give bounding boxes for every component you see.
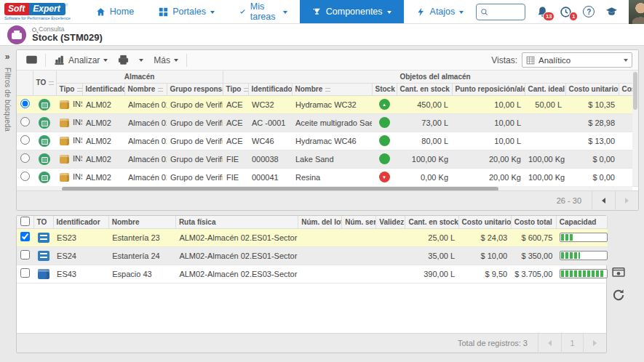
expand-sidebar-icon[interactable]: » bbox=[5, 52, 10, 62]
views-select[interactable]: Analítico bbox=[522, 52, 632, 68]
stock-status-icon bbox=[379, 135, 390, 146]
row-select-radio[interactable] bbox=[20, 117, 30, 126]
cell-ideal bbox=[525, 132, 565, 150]
nav-atajos[interactable]: Atajos bbox=[404, 0, 477, 23]
column-header-nombre[interactable]: Nombre bbox=[108, 216, 175, 228]
table-row[interactable]: ES24 Estantería 24 ALM02-Almacén 02.ES01… bbox=[17, 246, 608, 265]
softexpert-logo[interactable]: Soft Expert ® Software for Performance E… bbox=[4, 3, 71, 20]
vertical-scrollbar[interactable] bbox=[632, 71, 638, 186]
column-header-ruta-fisica[interactable]: Ruta física bbox=[175, 216, 298, 228]
prev-page-button[interactable] bbox=[592, 191, 615, 211]
cell-stock bbox=[372, 95, 397, 113]
column-header-cant-en-stock[interactable]: Cant. en stock bbox=[397, 83, 452, 95]
column-header-num-serie[interactable]: Núm. serie bbox=[342, 216, 376, 228]
view-record-button[interactable] bbox=[611, 266, 626, 282]
shelf-icon bbox=[38, 233, 49, 243]
cell-alm-nombre: Almacén 02 bbox=[124, 150, 167, 168]
more-button[interactable]: Más bbox=[148, 53, 183, 68]
table-row[interactable]: INS ALM02 Almacén 02 Grupo de Verificaci… bbox=[17, 168, 638, 186]
next-page-button[interactable] bbox=[615, 191, 638, 211]
user-avatar[interactable] bbox=[629, 0, 644, 24]
row-select-radio[interactable] bbox=[20, 153, 30, 163]
notifications-button[interactable]: 13 bbox=[536, 6, 549, 18]
column-header-num-lote[interactable]: Núm. del lote bbox=[298, 216, 342, 228]
cell-costo: $ 13,00 bbox=[565, 132, 619, 150]
table-row[interactable]: INS ALM02 Almacén 02 Grupo de Verificaci… bbox=[17, 95, 638, 113]
cell-punto: 10,00 L bbox=[452, 113, 525, 132]
nav-portales[interactable]: Portales bbox=[146, 0, 227, 23]
column-header-capacidad[interactable]: Capacidad bbox=[556, 216, 607, 228]
column-header-nombre-almacen[interactable]: Nombre bbox=[124, 83, 167, 95]
next-page-icon bbox=[593, 340, 597, 346]
next-page-button[interactable] bbox=[583, 334, 606, 353]
pending-tasks-button[interactable]: 1 bbox=[560, 6, 572, 18]
column-header-validez[interactable]: Validez bbox=[376, 216, 405, 228]
total-records: Total de registros: 3 bbox=[458, 339, 528, 347]
filters-sidebar-collapsed[interactable]: » Filtros de búsqueda bbox=[0, 46, 15, 362]
column-header-to[interactable]: TO bbox=[33, 216, 53, 228]
cell-obj-tipo: FIE bbox=[223, 150, 248, 168]
locations-table-wrapper: TO Identificador Nombre Ruta física Núm.… bbox=[17, 216, 606, 283]
stock-status-icon bbox=[379, 172, 390, 182]
column-header-costo-unitario[interactable]: Costo unitario bbox=[458, 216, 511, 228]
column-header-grupo-responsable[interactable]: Grupo responsable bbox=[167, 83, 223, 95]
global-search[interactable] bbox=[476, 4, 525, 20]
stock-status-icon bbox=[379, 153, 390, 164]
search-input[interactable] bbox=[488, 7, 521, 16]
question-icon: ? bbox=[587, 8, 591, 16]
table-row[interactable]: ES23 Estantería 23 ALM02-Almacén 02.ES01… bbox=[17, 228, 608, 246]
column-header-costo-total[interactable]: Costo total bbox=[511, 216, 556, 228]
row-select-radio[interactable] bbox=[20, 172, 30, 181]
column-header-cant-ideal[interactable]: Cant. ideal bbox=[525, 83, 565, 95]
row-select-radio[interactable] bbox=[20, 99, 30, 108]
group-header-objetos: Objetos del almacén bbox=[223, 71, 638, 83]
nav-componentes[interactable]: Componentes bbox=[300, 0, 404, 23]
column-header-identificador-objeto[interactable]: Identificador bbox=[248, 83, 292, 95]
cell-to bbox=[33, 132, 56, 150]
column-header-costo-unitario[interactable]: Costo unitario bbox=[565, 83, 619, 95]
column-header-to[interactable]: TO bbox=[33, 71, 56, 95]
row-select-checkbox[interactable] bbox=[20, 232, 30, 241]
table-row[interactable]: INS ALM02 Almacén 02 Grupo de Verificaci… bbox=[17, 113, 638, 132]
column-header-tipo-almacen[interactable]: Tipo bbox=[56, 83, 82, 95]
row-select-checkbox[interactable] bbox=[20, 268, 30, 278]
nav-mis-tareas[interactable]: Mis tareas bbox=[227, 0, 300, 23]
scrollbar-thumb[interactable] bbox=[633, 72, 637, 110]
cell-cant: 73,00 L bbox=[397, 113, 452, 132]
column-header-stock[interactable]: Stock bbox=[372, 83, 397, 95]
print-button[interactable] bbox=[113, 52, 134, 68]
column-header-tipo-objeto[interactable]: Tipo bbox=[223, 83, 248, 95]
prev-page-button[interactable] bbox=[538, 334, 561, 353]
help-button[interactable]: ? bbox=[583, 6, 595, 17]
locations-panel: TO Identificador Nombre Ruta física Núm.… bbox=[16, 215, 607, 353]
cell-serie bbox=[342, 265, 376, 283]
table-row[interactable]: INS ALM02 Almacén 02 Grupo de Verificaci… bbox=[17, 150, 638, 168]
bar-chart-icon bbox=[54, 55, 65, 65]
select-all-checkbox[interactable] bbox=[20, 217, 30, 226]
refresh-button[interactable] bbox=[611, 289, 626, 305]
chevron-down-icon bbox=[174, 59, 178, 64]
column-header-punto-reposicion[interactable]: Punto reposición/alerta bbox=[452, 83, 525, 95]
view-data-button[interactable] bbox=[21, 52, 42, 68]
column-header-identificador[interactable]: Identificador bbox=[53, 216, 108, 228]
cell-cant: 25,00 L bbox=[405, 228, 458, 246]
cell-grupo: Grupo de Verificación bbox=[167, 150, 223, 168]
cell-to bbox=[33, 95, 56, 113]
training-button[interactable] bbox=[605, 6, 618, 18]
cell-costo-total: $ 3.705,00 bbox=[511, 265, 556, 283]
print-options-button[interactable] bbox=[134, 54, 148, 66]
row-select-radio[interactable] bbox=[20, 135, 30, 145]
column-header-nombre-objeto[interactable]: Nombre bbox=[292, 83, 372, 95]
nav-home[interactable]: Home bbox=[84, 0, 146, 23]
cell-grupo: Grupo de Verificación bbox=[167, 132, 223, 150]
table-row[interactable]: INS ALM02 Almacén 02 Grupo de Verificaci… bbox=[17, 132, 638, 150]
table-row[interactable]: ES43 Espacio 43 ALM02-Almacén 02.ES03-Se… bbox=[17, 265, 608, 283]
cell-validez bbox=[376, 265, 405, 283]
analyze-button[interactable]: Analizar bbox=[49, 52, 113, 68]
cell-capacidad bbox=[556, 265, 607, 283]
cell-cant: 0,00 Kg bbox=[397, 168, 452, 186]
cell-costo-total: $ 350,00 bbox=[511, 246, 556, 265]
column-header-cant-en-stock[interactable]: Cant. en stock bbox=[405, 216, 458, 228]
row-select-checkbox[interactable] bbox=[20, 250, 30, 260]
column-header-identificador-almacen[interactable]: Identificador bbox=[82, 83, 124, 95]
